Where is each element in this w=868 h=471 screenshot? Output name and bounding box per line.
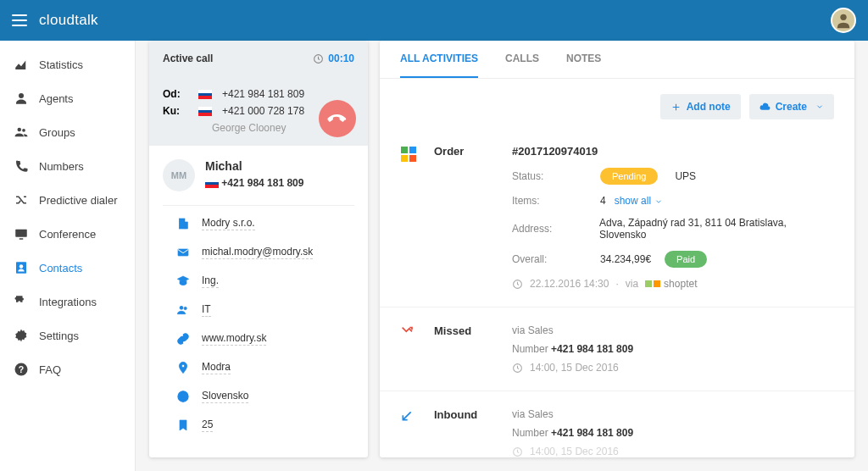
order-id: #2017120974019	[512, 145, 834, 158]
tab-all[interactable]: ALL ACTIVITIES	[400, 41, 478, 78]
bookmark-icon	[176, 418, 190, 432]
from-label: Od:	[163, 88, 188, 100]
group-icon	[14, 125, 29, 140]
svg-rect-13	[178, 249, 188, 256]
tab-calls[interactable]: CALLS	[505, 41, 539, 78]
sidebar-item-integrations[interactable]: Integrations	[0, 285, 135, 319]
svg-text:?: ?	[19, 364, 24, 374]
sidebar-item-numbers[interactable]: Numbers	[0, 149, 135, 183]
show-all-link[interactable]: show all	[615, 195, 663, 207]
sidebar-label: Settings	[39, 330, 79, 342]
detail-city: Modra	[176, 353, 341, 382]
hangup-button[interactable]	[319, 100, 356, 137]
clock-icon	[512, 446, 523, 457]
to-number: +421 000 728 178	[222, 105, 304, 117]
detail-country: Slovensko	[176, 382, 341, 411]
svg-point-16	[181, 364, 184, 367]
svg-point-0	[840, 14, 846, 20]
activity-label: Order	[434, 145, 495, 290]
sidebar-item-faq[interactable]: ? FAQ	[0, 352, 135, 386]
activity-order: Order #2017120974019 Status: Pending UPS…	[380, 128, 854, 308]
sidebar-item-settings[interactable]: Settings	[0, 319, 135, 352]
contact-header: MM Michal +421 984 181 809	[149, 146, 368, 205]
svg-rect-19	[409, 147, 416, 153]
cloud-icon	[760, 102, 771, 113]
clock-icon	[313, 53, 324, 64]
order-meta: 22.12.2016 14:30 · via shoptet	[512, 278, 834, 290]
flag-icon	[198, 90, 212, 99]
svg-rect-11	[179, 219, 185, 229]
shoptet-logo: shoptet	[645, 278, 697, 290]
active-call-header: Active call 00:10	[149, 41, 368, 76]
status-badge: Pending	[600, 168, 658, 185]
pin-icon	[176, 361, 190, 374]
missed-meta: 14:00, 15 Dec 2016	[512, 362, 834, 374]
sidebar-label: Predictive dialer	[39, 194, 118, 207]
activity-label: Missed	[434, 324, 495, 374]
sidebar-item-agents[interactable]: Agents	[0, 81, 135, 115]
svg-rect-4	[15, 230, 27, 237]
paid-badge: Paid	[665, 251, 707, 268]
sidebar-item-contacts[interactable]: Contacts	[0, 251, 135, 285]
group-icon	[176, 303, 190, 317]
sidebar: Statistics Agents Groups Numbers Predict…	[0, 41, 136, 471]
add-note-button[interactable]: Add note	[660, 94, 741, 119]
sidebar-label: Contacts	[39, 262, 82, 274]
help-icon: ?	[14, 362, 29, 377]
inbound-via: via Sales	[512, 408, 834, 420]
tabs: ALL ACTIVITIES CALLS NOTES	[380, 41, 854, 79]
person-icon	[14, 91, 29, 106]
sidebar-label: Groups	[39, 126, 75, 139]
flag-icon	[205, 179, 219, 188]
sidebar-label: Numbers	[39, 160, 84, 173]
shuffle-icon	[14, 192, 29, 208]
contact-details: Modry s.r.o. michal.modry@modry.sk Ing. …	[163, 205, 354, 450]
graduation-icon	[176, 274, 190, 288]
building-icon	[176, 217, 190, 230]
contacts-icon	[14, 260, 29, 275]
to-label: Ku:	[163, 105, 188, 117]
sidebar-item-predictive[interactable]: Predictive dialer	[0, 183, 135, 217]
conference-icon	[14, 226, 29, 241]
svg-point-6	[19, 264, 24, 269]
mail-icon	[176, 246, 190, 259]
inbound-call-icon	[400, 409, 417, 426]
svg-point-14	[180, 306, 183, 309]
sidebar-label: Integrations	[39, 296, 97, 308]
call-info: Od: +421 984 181 809 Ku: +421 000 728 17…	[149, 76, 368, 146]
sidebar-label: FAQ	[39, 363, 61, 376]
phone-icon	[14, 158, 29, 174]
address-value: Adva, Západný rad 31, 811 04 Bratislava,…	[599, 217, 834, 241]
items-count: 4	[600, 195, 606, 207]
sidebar-label: Conference	[39, 228, 96, 241]
detail-title: Ing.	[176, 267, 341, 296]
order-icon	[400, 146, 417, 163]
link-icon	[176, 332, 190, 346]
detail-email: michal.modry@modry.sk	[176, 238, 341, 267]
contact-number: +421 984 181 809	[205, 177, 303, 189]
svg-point-3	[22, 129, 25, 132]
create-button[interactable]: Create	[749, 94, 834, 119]
sidebar-item-groups[interactable]: Groups	[0, 115, 135, 149]
clock-icon	[512, 363, 523, 374]
user-avatar[interactable]	[831, 8, 856, 33]
tab-notes[interactable]: NOTES	[566, 41, 601, 78]
detail-count: 25	[176, 411, 341, 440]
globe-icon	[176, 390, 190, 403]
sidebar-label: Agents	[39, 92, 73, 105]
sidebar-item-statistics[interactable]: Statistics	[0, 47, 135, 81]
missed-number-line: Number +421 984 181 809	[512, 343, 834, 355]
overall-label: Overall:	[512, 253, 600, 265]
svg-point-2	[18, 128, 22, 132]
svg-point-15	[184, 307, 186, 309]
activity-inbound: Inbound via Sales Number +421 984 181 80…	[380, 391, 854, 457]
sidebar-item-conference[interactable]: Conference	[0, 217, 135, 251]
address-label: Address:	[512, 223, 599, 235]
detail-website: www.modry.sk	[176, 324, 341, 353]
detail-dept: IT	[176, 296, 341, 324]
svg-rect-12	[185, 222, 187, 229]
status-label: Status:	[512, 170, 600, 182]
detail-company: Modry s.r.o.	[176, 209, 341, 238]
menu-icon[interactable]	[12, 14, 27, 26]
svg-rect-21	[409, 155, 416, 162]
